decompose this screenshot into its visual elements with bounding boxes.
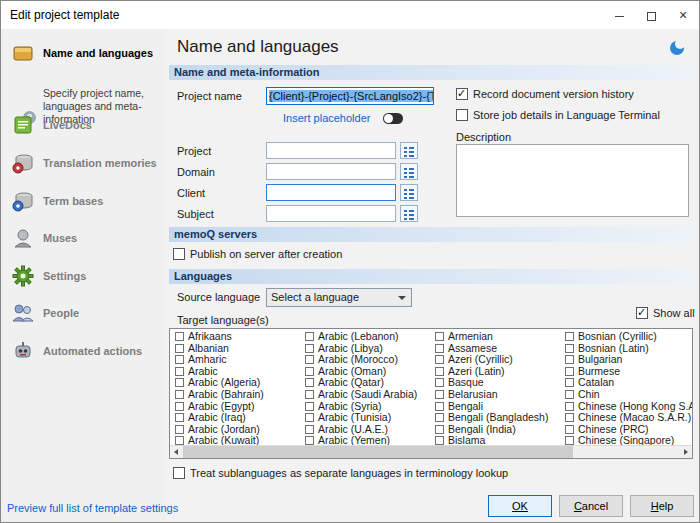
insert-placeholder-toggle-icon[interactable] (383, 113, 403, 124)
livedocs-icon (11, 113, 35, 137)
checkbox-icon[interactable] (565, 390, 574, 399)
store-job-checkbox[interactable]: Store job details in Language Terminal (456, 109, 660, 122)
cancel-button[interactable]: Cancel (559, 495, 623, 517)
checkbox-icon[interactable] (305, 355, 314, 364)
checkbox-icon[interactable] (175, 425, 184, 434)
minimize-button[interactable] (603, 1, 635, 29)
sidebar-item-label: Translation memories (43, 157, 159, 169)
domain-list-picker-icon[interactable] (400, 163, 418, 180)
subject-list-picker-icon[interactable] (400, 205, 418, 222)
sidebar-item-term-bases[interactable]: Term bases (7, 187, 161, 221)
checkbox-icon[interactable] (175, 355, 184, 364)
checkbox-icon[interactable] (435, 436, 444, 445)
checkbox-icon[interactable] (565, 413, 574, 422)
ok-button[interactable]: OK (488, 495, 552, 517)
language-label: Bosnian (Cyrillic) (578, 330, 657, 342)
checkbox-icon[interactable] (565, 344, 574, 353)
checkbox-icon[interactable] (305, 390, 314, 399)
language-label: Belarusian (448, 388, 498, 400)
sidebar-item-translation-memories[interactable]: Translation memories (7, 149, 161, 183)
target-language-listbox[interactable]: AfrikaansAlbanianAmharicArabicArabic (Al… (169, 328, 693, 459)
checkbox-icon[interactable] (565, 402, 574, 411)
show-all-checkbox[interactable]: Show all (636, 307, 695, 320)
checkbox-icon[interactable] (175, 413, 184, 422)
sidebar-item-people[interactable]: People (7, 299, 161, 333)
checkbox-icon (456, 109, 468, 121)
term-bases-icon (11, 189, 35, 213)
section-header-servers: memoQ servers (169, 227, 693, 242)
insert-placeholder-link[interactable]: Insert placeholder (283, 112, 370, 124)
record-version-checkbox[interactable]: Record document version history (456, 88, 634, 101)
chevron-down-icon (398, 296, 406, 300)
sidebar-item-muses[interactable]: Muses (7, 224, 161, 258)
checkbox-icon[interactable] (435, 344, 444, 353)
client-input[interactable] (266, 184, 396, 201)
checkbox-icon (173, 248, 185, 260)
checkbox-icon[interactable] (175, 378, 184, 387)
checkbox-icon[interactable] (435, 367, 444, 376)
settings-icon (11, 264, 35, 288)
sidebar-item-name-and-languages[interactable]: Name and languages (7, 39, 161, 73)
sidebar-item-automated-actions[interactable]: Automated actions (7, 337, 161, 371)
language-label: Chin (578, 388, 600, 400)
checkbox-icon[interactable] (305, 344, 314, 353)
scroll-right-icon[interactable] (679, 446, 692, 458)
checkbox-icon[interactable] (435, 413, 444, 422)
subject-input[interactable] (266, 205, 396, 222)
horizontal-scrollbar[interactable] (170, 445, 692, 458)
checkbox-icon[interactable] (305, 332, 314, 341)
checkbox-icon[interactable] (565, 378, 574, 387)
sidebar-item-label: LiveDocs (43, 119, 159, 131)
project-list-picker-icon[interactable] (400, 142, 418, 159)
checkbox-icon[interactable] (305, 425, 314, 434)
checkbox-icon[interactable] (565, 332, 574, 341)
checkbox-icon[interactable] (435, 332, 444, 341)
checkbox-icon[interactable] (175, 367, 184, 376)
scrollbar-thumb[interactable] (183, 446, 573, 458)
checkbox-icon[interactable] (305, 378, 314, 387)
language-label: Bulgarian (578, 353, 622, 365)
checkbox-icon[interactable] (305, 367, 314, 376)
language-column: ArmenianAssameseAzeri (Cyrillic)Azeri (L… (430, 331, 560, 445)
checkbox-icon[interactable] (305, 436, 314, 445)
checkbox-icon[interactable] (175, 332, 184, 341)
sidebar-item-settings[interactable]: Settings (7, 262, 161, 296)
checkbox-icon[interactable] (175, 390, 184, 399)
checkbox-icon[interactable] (435, 355, 444, 364)
treat-sublanguages-checkbox[interactable]: Treat sublanguages as separate languages… (173, 467, 508, 480)
checkbox-icon[interactable] (565, 436, 574, 445)
maximize-button[interactable] (635, 1, 667, 29)
sidebar-item-livedocs[interactable]: LiveDocs (7, 111, 161, 145)
sidebar-item-label: Muses (43, 232, 159, 244)
description-input[interactable] (456, 144, 689, 217)
checkbox-icon[interactable] (565, 367, 574, 376)
checkbox-icon[interactable] (565, 355, 574, 364)
checkbox-icon[interactable] (435, 425, 444, 434)
language-label: Arabic (Morocco) (318, 353, 398, 365)
page-title: Name and languages (177, 37, 339, 57)
preview-template-settings-link[interactable]: Preview full list of template settings (7, 502, 178, 514)
publish-label: Publish on server after creation (190, 248, 342, 260)
help-button[interactable]: Help (630, 495, 694, 517)
checkbox-icon[interactable] (435, 378, 444, 387)
source-language-dropdown[interactable]: Select a language (266, 288, 412, 307)
project-name-input[interactable]: {Client}-{Project}-{SrcLangIso2}-{TrgL (266, 87, 434, 105)
checkbox-icon[interactable] (435, 402, 444, 411)
language-label: Bengali (448, 400, 483, 412)
checkbox-icon[interactable] (435, 390, 444, 399)
checkbox-icon[interactable] (565, 425, 574, 434)
publish-checkbox[interactable]: Publish on server after creation (173, 248, 342, 261)
checkbox-icon[interactable] (175, 344, 184, 353)
checkbox-icon[interactable] (175, 402, 184, 411)
client-list-picker-icon[interactable] (400, 184, 418, 201)
language-label: Arabic (Oman) (318, 365, 386, 377)
scroll-left-icon[interactable] (170, 446, 183, 458)
checkbox-icon[interactable] (175, 436, 184, 445)
checkbox-icon[interactable] (305, 413, 314, 422)
project-input[interactable] (266, 142, 396, 159)
treat-sublanguages-label: Treat sublanguages as separate languages… (190, 467, 508, 479)
domain-input[interactable] (266, 163, 396, 180)
close-button[interactable]: × (667, 1, 699, 29)
source-language-value: Select a language (271, 291, 359, 303)
checkbox-icon[interactable] (305, 402, 314, 411)
